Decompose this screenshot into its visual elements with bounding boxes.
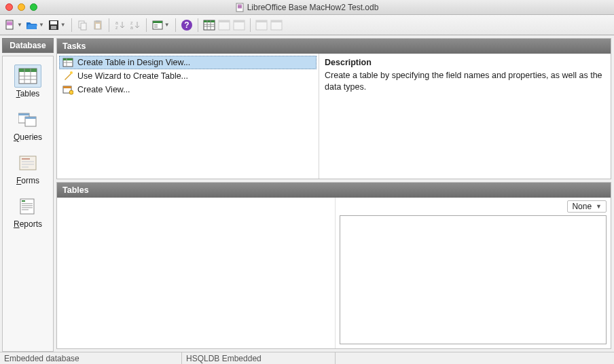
toolbar-separator bbox=[198, 18, 198, 32]
help-button[interactable]: ? bbox=[180, 18, 194, 32]
svg-rect-6 bbox=[7, 23, 12, 24]
window-zoom-button[interactable] bbox=[30, 3, 37, 11]
tasks-panel: Tasks Create Table in Design View... Use… bbox=[56, 38, 611, 179]
svg-rect-22 bbox=[154, 24, 158, 26]
tables-icon bbox=[14, 65, 41, 88]
preview-box bbox=[340, 215, 607, 344]
sidebar-item-label: Queries bbox=[14, 132, 42, 142]
tables-panel-header: Tables bbox=[57, 183, 611, 198]
toolbar-separator bbox=[250, 18, 251, 32]
window-minimize-button[interactable] bbox=[18, 3, 25, 11]
svg-rect-35 bbox=[234, 20, 245, 22]
open-button[interactable] bbox=[25, 18, 39, 32]
tasks-description-text: Create a table by specifying the field n… bbox=[325, 70, 605, 93]
task-label: Create Table in Design View... bbox=[77, 58, 190, 67]
svg-point-65 bbox=[70, 71, 73, 74]
new-document-dropdown[interactable]: ▼ bbox=[17, 22, 22, 28]
task-create-view[interactable]: Create View... bbox=[59, 83, 317, 96]
tasks-panel-header: Tasks bbox=[57, 39, 611, 54]
svg-rect-7 bbox=[7, 24, 12, 25]
svg-rect-57 bbox=[22, 203, 33, 204]
status-db-engine: HSQLDB Embedded bbox=[182, 352, 336, 364]
preview-mode-select[interactable]: None ▼ bbox=[567, 200, 607, 213]
new-document-button[interactable] bbox=[3, 18, 17, 32]
svg-rect-15 bbox=[96, 24, 100, 29]
task-label: Create View... bbox=[77, 85, 130, 94]
open-dropdown[interactable]: ▼ bbox=[39, 22, 44, 28]
toolbar-separator bbox=[146, 18, 147, 32]
database-sidebar-header: Database bbox=[2, 38, 54, 53]
new-table-design-button[interactable] bbox=[202, 18, 216, 32]
svg-point-68 bbox=[69, 90, 73, 94]
save-dropdown[interactable]: ▼ bbox=[60, 22, 66, 28]
svg-rect-27 bbox=[204, 20, 215, 22]
svg-rect-33 bbox=[219, 20, 230, 22]
sidebar-item-tables[interactable]: Tables bbox=[3, 60, 53, 104]
toolbar-separator bbox=[71, 18, 72, 32]
sidebar-item-label: Forms bbox=[16, 176, 39, 185]
database-sidebar: Database Tables Queries Forms bbox=[0, 35, 56, 352]
svg-rect-21 bbox=[153, 21, 162, 23]
svg-rect-39 bbox=[271, 20, 282, 22]
edit-table-button[interactable] bbox=[232, 18, 246, 32]
sort-descending-button[interactable]: za bbox=[128, 18, 142, 32]
task-use-wizard-create-table[interactable]: Use Wizard to Create Table... bbox=[59, 69, 317, 83]
sidebar-item-queries[interactable]: Queries bbox=[3, 104, 53, 147]
workspace: Database Tables Queries Forms bbox=[0, 35, 614, 352]
svg-rect-53 bbox=[22, 164, 34, 165]
tasks-description-title: Description bbox=[325, 57, 605, 69]
svg-rect-9 bbox=[50, 21, 57, 24]
chevron-down-icon: ▼ bbox=[596, 203, 602, 210]
tasks-description: Description Create a table by specifying… bbox=[319, 54, 611, 179]
svg-text:a: a bbox=[130, 25, 133, 30]
window-title: LibreOffice Base MacHow2 Test.odb bbox=[0, 3, 614, 12]
delete-button[interactable] bbox=[255, 18, 268, 32]
preview-mode-value: None bbox=[572, 202, 592, 211]
svg-rect-37 bbox=[256, 20, 267, 22]
svg-rect-10 bbox=[51, 26, 56, 29]
svg-rect-56 bbox=[22, 200, 25, 202]
sort-ascending-button[interactable]: az bbox=[113, 18, 127, 32]
task-create-table-design-view[interactable]: Create Table in Design View... bbox=[59, 56, 317, 69]
tables-preview-area: None ▼ bbox=[336, 198, 611, 348]
table-design-icon bbox=[62, 57, 73, 68]
svg-rect-60 bbox=[22, 209, 29, 211]
form-dropdown[interactable]: ▼ bbox=[164, 22, 170, 28]
svg-rect-52 bbox=[22, 161, 34, 162]
status-bar: Embedded database HSQLDB Embedded bbox=[0, 352, 614, 364]
copy-button[interactable] bbox=[76, 18, 90, 32]
task-label: Use Wizard to Create Table... bbox=[77, 71, 188, 81]
sidebar-item-forms[interactable]: Forms bbox=[3, 147, 53, 191]
svg-rect-5 bbox=[7, 22, 12, 22]
sidebar-item-label: Reports bbox=[14, 219, 42, 229]
create-view-icon bbox=[62, 84, 73, 95]
save-button[interactable] bbox=[47, 18, 60, 32]
paste-button[interactable] bbox=[91, 18, 105, 32]
status-db-type-label: Embedded database bbox=[0, 352, 182, 364]
rename-button[interactable] bbox=[270, 18, 283, 32]
queries-icon bbox=[14, 108, 41, 131]
document-icon bbox=[236, 3, 244, 12]
svg-rect-47 bbox=[18, 113, 29, 115]
content-area: Tasks Create Table in Design View... Use… bbox=[56, 35, 614, 352]
sidebar-item-label: Tables bbox=[16, 89, 40, 98]
tables-panel: Tables None ▼ bbox=[56, 182, 611, 349]
toolbar-separator bbox=[175, 18, 176, 32]
svg-text:z: z bbox=[115, 25, 118, 30]
forms-icon bbox=[14, 151, 41, 175]
window-controls bbox=[0, 3, 37, 11]
sidebar-item-reports[interactable]: Reports bbox=[3, 191, 53, 234]
form-button[interactable] bbox=[151, 18, 164, 32]
svg-rect-2 bbox=[238, 6, 242, 7]
window-titlebar: LibreOffice Base MacHow2 Test.odb bbox=[0, 0, 614, 15]
svg-rect-49 bbox=[25, 117, 36, 119]
window-close-button[interactable] bbox=[5, 3, 13, 11]
svg-rect-0 bbox=[236, 3, 243, 12]
svg-text:?: ? bbox=[184, 20, 189, 30]
svg-rect-54 bbox=[22, 166, 29, 168]
svg-rect-1 bbox=[238, 5, 242, 5]
tables-list[interactable] bbox=[57, 198, 336, 348]
open-table-button[interactable] bbox=[217, 18, 231, 32]
reports-icon bbox=[14, 195, 41, 218]
svg-rect-23 bbox=[154, 26, 158, 28]
